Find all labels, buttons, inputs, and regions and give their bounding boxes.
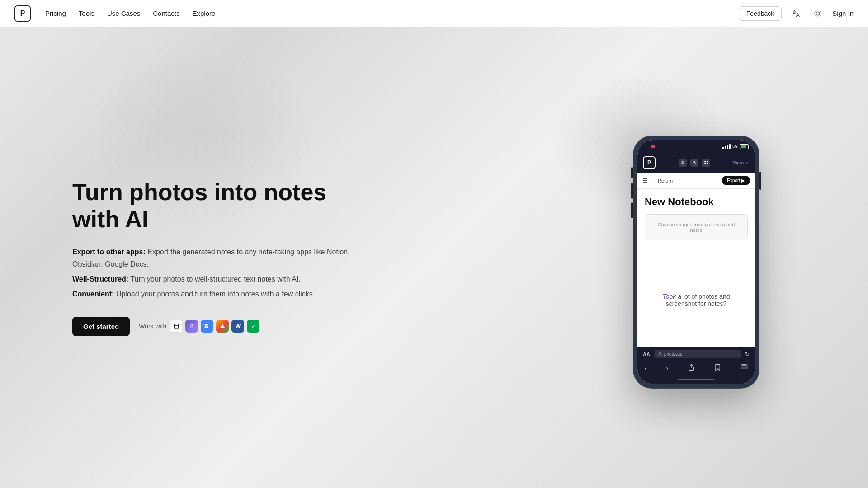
phone-promo-text: Took a lot of photos and screenshot for … — [645, 284, 748, 316]
work-with: Work with — [139, 320, 259, 333]
status-bar: 5G — [637, 140, 755, 153]
svg-rect-25 — [704, 163, 706, 164]
hero-feature-2: Well-Structured: Turn your photos to wel… — [72, 273, 353, 285]
phone-app-icon-row: $ — [679, 159, 710, 167]
hero-feature-2-bold: Well-Structured: — [72, 275, 128, 283]
volume-down-button — [631, 202, 633, 218]
signin-link[interactable]: Sign In — [832, 9, 854, 17]
word-icon: W — [231, 320, 244, 333]
phone-browser-bar: AA photes.io ↻ — [637, 347, 755, 361]
google-drive-icon — [216, 320, 229, 333]
svg-point-22 — [693, 161, 695, 163]
onenote-icon: ✓ — [247, 320, 259, 333]
nav-links: Pricing Tools Use Cases Contacts Explore — [45, 9, 215, 18]
google-docs-icon — [201, 320, 213, 333]
hero-title: Turn photos into notes with AI — [72, 179, 353, 233]
power-button — [760, 172, 761, 190]
translate-icon[interactable] — [789, 6, 803, 21]
nav-item-contacts[interactable]: Contacts — [153, 9, 179, 18]
svg-line-9 — [815, 15, 816, 16]
notion-icon — [170, 320, 183, 333]
svg-line-5 — [815, 11, 816, 11]
phone-camera-area — [644, 143, 662, 150]
status-right: 5G — [722, 144, 749, 149]
phone-mockup: 5G P $ — [633, 136, 760, 389]
hamburger-icon: ☰ — [643, 178, 648, 184]
phone-image-placeholder: Choose images from gallery to add notes — [645, 214, 748, 240]
svg-line-10 — [820, 11, 821, 11]
phone-aa-label: AA — [643, 352, 650, 357]
phone-main-content: New Notebook Choose images from gallery … — [637, 189, 755, 347]
svg-rect-21 — [221, 327, 224, 327]
nav-link-contacts[interactable]: Contacts — [153, 9, 179, 17]
forward-icon[interactable]: › — [666, 365, 668, 372]
nav-link-use-cases[interactable]: Use Cases — [107, 9, 140, 17]
svg-rect-24 — [706, 161, 708, 162]
network-label: 5G — [732, 144, 738, 149]
app-icons: W ✓ — [170, 320, 259, 333]
bookmarks-icon[interactable] — [714, 364, 721, 372]
camera-indicator — [651, 145, 655, 148]
phone-outer: 5G P $ — [633, 136, 760, 389]
back-icon[interactable]: ‹ — [645, 365, 647, 372]
hero-feature-3-bold: Convenient: — [72, 290, 114, 298]
phone-promo-highlight: Took — [663, 293, 676, 300]
battery-fill — [741, 145, 746, 148]
home-bar — [678, 379, 714, 380]
navbar: P Pricing Tools Use Cases Contacts Explo… — [0, 0, 868, 27]
nav-link-pricing[interactable]: Pricing — [45, 9, 66, 17]
phone-url-bar: photes.io — [654, 350, 741, 358]
nav-link-tools[interactable]: Tools — [79, 9, 94, 17]
theme-toggle-icon[interactable] — [811, 6, 825, 21]
svg-rect-17 — [205, 325, 208, 326]
phone-browser-nav: ‹ › — [637, 361, 755, 375]
obsidian-icon — [185, 320, 198, 333]
phone-grid-icon — [702, 159, 710, 167]
hero-section: Turn photos into notes with AI Export to… — [0, 27, 868, 488]
phone-user-icon — [690, 159, 698, 167]
signal-icon — [722, 144, 731, 149]
phone-url-text: photes.io — [664, 352, 683, 357]
feedback-button[interactable]: Feedback — [739, 6, 782, 21]
svg-rect-30 — [742, 366, 746, 368]
hero-feature-2-text: Turn your photos to well-structured text… — [128, 275, 301, 283]
phone-content-spacer — [645, 248, 748, 284]
phone-app-header: P $ Sign out — [637, 153, 755, 173]
phone-app-logo: P — [643, 156, 656, 169]
hero-actions: Get started Work with — [72, 317, 353, 336]
nav-item-explore[interactable]: Explore — [192, 9, 215, 18]
phone-content-wrapper: P $ Sign out — [637, 153, 755, 384]
nav-link-explore[interactable]: Explore — [192, 9, 215, 17]
svg-rect-11 — [173, 323, 180, 330]
svg-rect-26 — [706, 163, 708, 164]
hero-content: Turn photos into notes with AI Export to… — [72, 179, 353, 336]
work-with-label: Work with — [139, 323, 166, 330]
get-started-button[interactable]: Get started — [72, 317, 130, 336]
hero-feature-3: Convenient: Upload your photos and turn … — [72, 288, 353, 300]
mute-button — [631, 167, 633, 178]
phone-screen: 5G P $ — [637, 140, 755, 384]
navbar-right: Feedback Sign In — [739, 6, 854, 21]
phone-dollar-icon: $ — [679, 159, 687, 167]
svg-rect-18 — [205, 326, 208, 327]
nav-item-pricing[interactable]: Pricing — [45, 9, 66, 18]
phone-toolbar-left: ☰ ← Return — [643, 178, 673, 184]
nav-item-use-cases[interactable]: Use Cases — [107, 9, 140, 18]
hero-feature-3-text: Upload your photos and turn them into no… — [114, 290, 315, 298]
svg-rect-27 — [659, 354, 662, 356]
phone-signout-label: Sign out — [733, 160, 750, 165]
svg-line-6 — [820, 15, 821, 16]
share-icon[interactable] — [688, 364, 695, 372]
phone-toolbar: ☰ ← Return Export ▶ — [637, 173, 755, 189]
logo[interactable]: P — [14, 5, 31, 22]
tabs-icon[interactable] — [741, 364, 748, 372]
svg-point-2 — [816, 12, 820, 15]
svg-rect-23 — [704, 161, 706, 162]
return-label: ← Return — [651, 178, 673, 183]
nav-item-tools[interactable]: Tools — [79, 9, 94, 18]
phone-export-button[interactable]: Export ▶ — [722, 176, 750, 185]
hero-feature-1: Export to other apps: Export the generat… — [72, 246, 353, 270]
lock-icon — [658, 352, 662, 356]
volume-up-button — [631, 183, 633, 199]
phone-home-indicator — [637, 375, 755, 384]
